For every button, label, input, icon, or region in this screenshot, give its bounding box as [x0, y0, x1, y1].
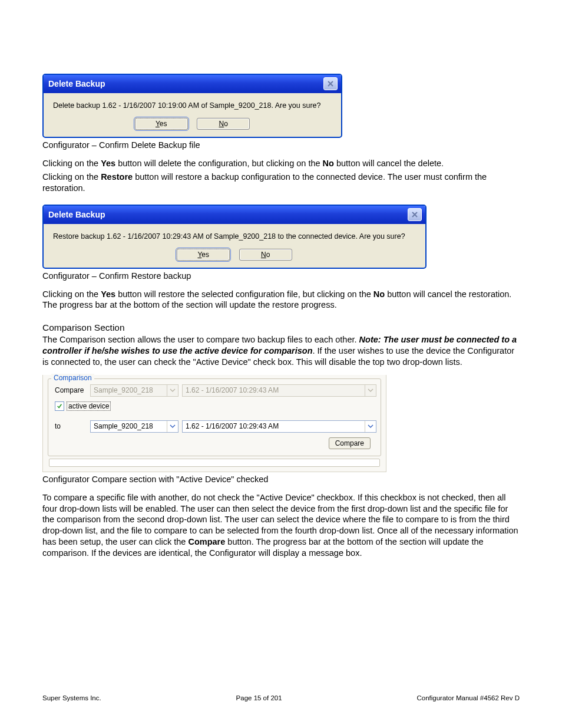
to-file-dropdown[interactable]: 1.62 - 1/16/2007 10:29:43 AM	[182, 420, 376, 433]
dialog-titlebar: Delete Backup	[44, 75, 341, 93]
figure-caption: Configurator Compare section with "Activ…	[42, 475, 520, 484]
footer-center: Page 15 of 201	[236, 694, 282, 701]
dialog-title: Delete Backup	[48, 210, 105, 219]
yes-button[interactable]: Yes	[135, 118, 188, 130]
compare-device-dropdown: Sample_9200_218	[90, 384, 178, 397]
compare-file-dropdown: 1.62 - 1/16/2007 10:29:43 AM	[182, 384, 376, 397]
body-text: Clicking on the Yes button will delete t…	[42, 158, 520, 169]
dialog-title: Delete Backup	[48, 79, 105, 88]
no-button[interactable]: No	[239, 249, 292, 261]
body-text: Clicking on the Restore button will rest…	[42, 172, 520, 194]
figure-caption: Configurator – Confirm Delete Backup fil…	[42, 140, 520, 150]
body-text: The Comparison section allows the user t…	[42, 334, 520, 368]
progress-bar	[49, 459, 380, 467]
dialog-message: Restore backup 1.62 - 1/16/2007 10:29:43…	[53, 232, 416, 241]
chevron-down-icon	[167, 421, 178, 432]
comparison-panel: Comparison Compare Sample_9200_218 1.62 …	[42, 375, 386, 472]
footer-left: Super Systems Inc.	[42, 694, 101, 701]
yes-button[interactable]: Yes	[177, 249, 230, 261]
chevron-down-icon	[365, 385, 376, 396]
active-device-checkbox[interactable]	[55, 401, 64, 411]
delete-backup-dialog: Delete Backup Delete backup 1.62 - 1/16/…	[42, 74, 342, 138]
section-heading: Comparison Section	[42, 322, 520, 333]
chevron-down-icon	[167, 385, 178, 396]
footer-right: Configurator Manual #4562 Rev D	[416, 694, 520, 701]
fieldset-legend: Comparison	[51, 374, 94, 382]
close-icon[interactable]	[323, 77, 338, 90]
active-device-label: active device	[67, 401, 111, 411]
body-text: To compare a specific file with another,…	[42, 492, 520, 559]
page-footer: Super Systems Inc. Page 15 of 201 Config…	[42, 694, 520, 701]
no-button[interactable]: No	[197, 118, 250, 130]
to-device-dropdown[interactable]: Sample_9200_218	[90, 420, 178, 433]
to-label: to	[55, 422, 90, 430]
compare-label: Compare	[55, 386, 90, 394]
close-icon[interactable]	[408, 208, 422, 221]
restore-backup-dialog: Delete Backup Restore backup 1.62 - 1/16…	[42, 205, 427, 269]
body-text: Clicking on the Yes button will restore …	[42, 289, 520, 311]
figure-caption: Configurator – Confirm Restore backup	[42, 271, 520, 281]
dialog-message: Delete backup 1.62 - 1/16/2007 10:19:00 …	[53, 101, 332, 110]
dialog-titlebar: Delete Backup	[44, 206, 425, 224]
chevron-down-icon	[365, 421, 376, 432]
compare-button[interactable]: Compare	[329, 437, 371, 449]
